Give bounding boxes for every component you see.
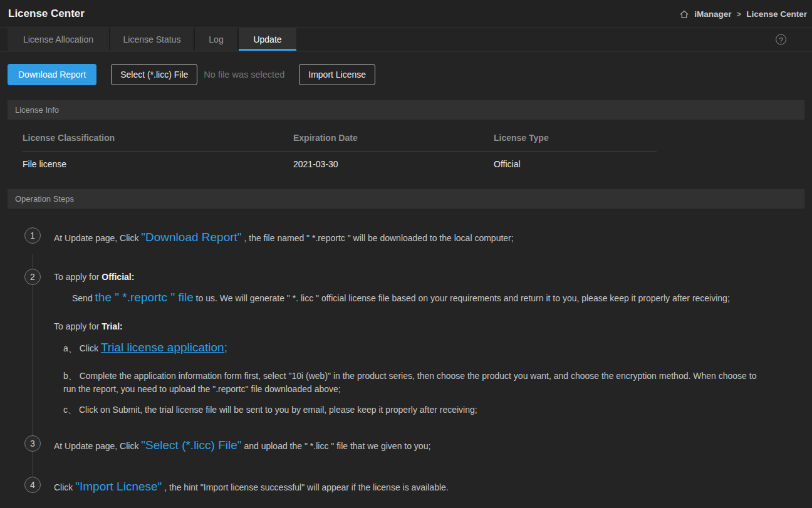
tab-update[interactable]: Update [239,28,296,51]
tab-log[interactable]: Log [195,28,239,51]
operation-steps-section-header: Operation Steps [8,189,804,209]
step-2-item-b: b、 Complete the application information … [63,370,769,396]
step-2-item-c: c、 Click on Submit, the trial license fi… [63,403,769,417]
step-3: 3 At Update page, Click "Select (*.licc)… [8,435,804,454]
breadcrumb-separator-icon: > [737,9,742,19]
step-2-official-label: To apply for Official: [54,271,769,284]
operation-steps-list: 1 At Update page, Click "Download Report… [0,227,812,508]
license-info-section-header: License Info [8,100,804,120]
select-licc-file-emphasis: "Select (*.licc) File" [141,438,241,452]
step-2-number: 2 [24,269,41,285]
page-title: License Center [8,8,85,20]
cell-expiration-date: 2021-03-30 [293,159,494,169]
cell-license-classification: File license [23,159,293,169]
step-2: 2 To apply for Official: Send the " *.re… [8,269,804,417]
step-3-text: At Update page, Click "Select (*.licc) F… [54,437,769,454]
table-header-row: License Classification Expiration Date L… [23,120,657,152]
step-4-text: Click "Import Licnese" , the hint "Impor… [54,479,769,495]
tab-license-status[interactable]: License Status [110,28,195,51]
select-licc-file-button[interactable]: Select (*.licc) File [111,64,197,85]
license-info-table: License Classification Expiration Date L… [23,120,657,178]
col-license-type: License Type [494,133,657,143]
operation-steps-title: Operation Steps [15,194,74,204]
title-bar: License Center iManager > License Center [0,0,812,28]
step-1-number: 1 [24,227,41,244]
tab-bar: License Allocation License Status Log Up… [0,28,812,51]
step-1-text: At Update page, Click "Download Report" … [54,229,769,246]
import-license-emphasis: "Import Licnese" [75,480,162,493]
step-4-number: 4 [24,477,41,493]
import-license-button[interactable]: Import License [299,64,375,85]
trial-license-application-link[interactable]: Trial license application; [101,341,227,354]
step-2-trial-label: To apply for Trial: [54,320,769,333]
license-info-title: License Info [15,105,59,115]
update-toolbar: Download Report Select (*.licc) File No … [8,64,804,85]
breadcrumb-license-center[interactable]: License Center [746,9,807,19]
step-2-send-line: Send the " *.reportc " file to us. We wi… [72,289,769,306]
download-report-emphasis: "Download Report" [141,231,241,244]
breadcrumb-imanager[interactable]: iManager [694,9,731,19]
step-2-item-a: a、 Click Trial license application; [63,339,769,357]
no-file-selected-text: No file was selected [204,70,284,80]
table-row: File license 2021-03-30 Official [23,152,657,178]
cell-license-type: Official [494,159,657,169]
tab-license-allocation[interactable]: License Allocation [8,28,110,51]
download-report-button[interactable]: Download Report [8,64,96,85]
breadcrumb: iManager > License Center [679,8,807,19]
step-3-number: 3 [24,435,41,452]
home-icon[interactable] [679,9,689,19]
step-1: 1 At Update page, Click "Download Report… [8,227,804,246]
col-license-classification: License Classification [23,133,293,143]
col-expiration-date: Expiration Date [293,133,494,143]
reportc-file-emphasis: the " *.reportc " file [95,291,194,304]
step-4: 4 Click "Import Licnese" , the hint "Imp… [8,477,804,495]
help-icon[interactable]: ? [776,34,786,45]
